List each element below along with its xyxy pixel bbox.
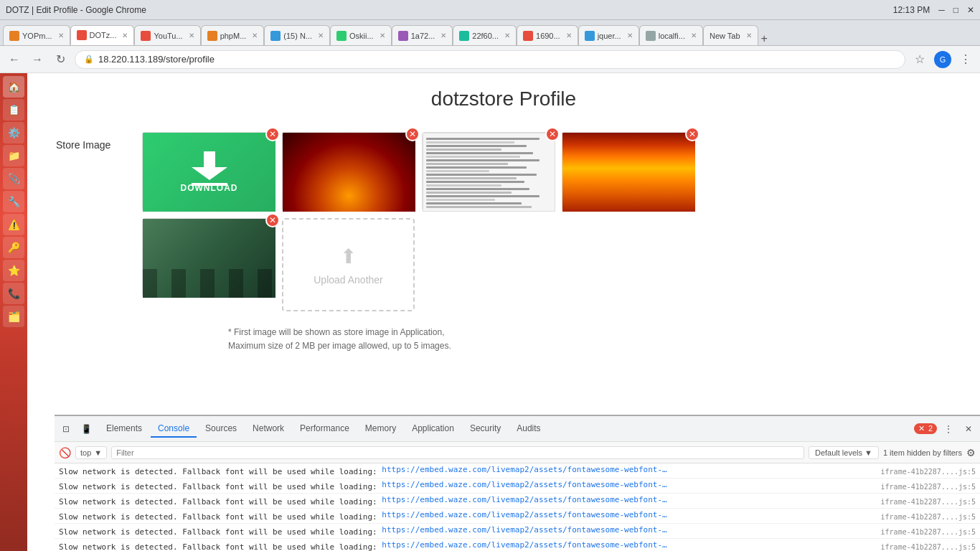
log-link-3[interactable]: https://embed.waze.com/livemap2/assets/f… [382,495,669,504]
image-note: * First image will be shown as store ima… [228,326,694,353]
tab-oski[interactable]: Oskii... ✕ [330,25,392,45]
tab-close-oski[interactable]: ✕ [380,32,385,39]
devtools-tab-elements[interactable]: Elements [99,420,149,438]
sidebar-icon-tools[interactable]: 🔧 [3,191,24,212]
devtools-tab-sources[interactable]: Sources [198,420,244,438]
tab-phpm[interactable]: phpM... ✕ [201,25,265,45]
tab-close-1a72[interactable]: ✕ [440,32,446,39]
remove-image-2-btn[interactable]: ✕ [405,127,420,141]
address-field[interactable]: 🔒 18.220.113.189/store/profile [75,50,905,69]
reload-btn[interactable]: ↻ [52,51,69,68]
minimize-btn[interactable]: ─ [938,5,945,15]
sidebar-icon-files[interactable]: 🗂️ [3,306,24,327]
devtools-tab-application[interactable]: Application [405,420,461,438]
tab-notif[interactable]: (15) N... ✕ [264,25,330,45]
bookmark-btn[interactable]: ☆ [911,51,928,68]
log-text-2: Slow network is detected. Fallback font … [59,480,877,491]
image-thumb-5: ✕ [142,218,275,297]
devtools-settings-btn[interactable]: ⚙ [966,447,976,458]
tab-close-notif[interactable]: ✕ [318,32,324,39]
tab-close-php[interactable]: ✕ [252,32,258,39]
devtools-tab-security[interactable]: Security [463,420,508,438]
tab-yop[interactable]: YOPm... ✕ [3,25,70,45]
tab-close-newtab[interactable]: ✕ [746,32,752,39]
log-source-2: iframe-41b2287....js:5 [881,483,976,491]
sidebar-icon-attach[interactable]: 📎 [3,168,24,189]
log-levels-btn[interactable]: Default levels ▼ [809,446,879,459]
sidebar-icon-phone[interactable]: 📞 [3,283,24,304]
devtools-tab-memory[interactable]: Memory [358,420,403,438]
devtools-tab-performance[interactable]: Performance [293,420,357,438]
close-btn[interactable]: ✕ [967,5,974,15]
log-text-4: Slow network is detected. Fallback font … [59,510,877,522]
console-filter-input[interactable] [111,446,804,459]
clear-console-btn[interactable]: 🚫 [59,447,71,458]
devtools-close-btn[interactable]: ✕ [960,420,977,438]
account-btn[interactable]: G [934,51,951,68]
tab-22f6[interactable]: 22f60... ✕ [453,25,517,45]
tab-close-yop[interactable]: ✕ [58,32,64,39]
context-label: top [80,448,91,457]
log-source-4: iframe-41b2287....js:5 [881,513,976,521]
remove-image-1-btn[interactable]: ✕ [265,127,280,141]
tab-close-localfi[interactable]: ✕ [691,32,697,39]
tab-close-1690[interactable]: ✕ [566,32,572,39]
devtools-select-btn[interactable]: ⊡ [57,420,75,438]
log-link-6[interactable]: https://embed.waze.com/livemap2/assets/f… [382,540,669,550]
tab-close-22f6[interactable]: ✕ [504,32,510,39]
devtools-tab-console[interactable]: Console [151,420,197,438]
log-entry-2: Slow network is detected. Fallback font … [55,479,980,494]
sidebar-icon-settings[interactable]: ⚙️ [3,122,24,143]
tab-localfi[interactable]: localfi... ✕ [639,25,703,45]
sidebar-icon-home[interactable]: 🏠 [3,76,24,98]
log-entry-4: Slow network is detected. Fallback font … [55,509,980,524]
remove-image-4-btn[interactable]: ✕ [685,127,699,141]
hidden-notice: 1 item hidden by filters [883,448,962,457]
devtools-tab-audits[interactable]: Audits [509,420,547,438]
remove-image-3-btn[interactable]: ✕ [545,127,560,141]
image-thumb-3: ✕ [422,132,555,211]
sidebar-icon-star[interactable]: ⭐ [3,260,24,281]
tab-jquery[interactable]: jquer... ✕ [578,25,639,45]
tab-newtab[interactable]: New Tab ✕ [703,25,758,45]
tab-dotz[interactable]: DOTz... ✕ [70,25,135,45]
log-link-1[interactable]: https://embed.waze.com/livemap2/assets/f… [382,465,669,474]
new-tab-btn[interactable]: + [761,32,768,45]
page-title: dotzstore Profile [56,88,951,110]
levels-label: Default levels [815,448,862,457]
tab-youtube[interactable]: YouTu... ✕ [134,25,200,45]
devtools-more-btn[interactable]: ⋮ [940,420,957,438]
log-link-2[interactable]: https://embed.waze.com/livemap2/assets/f… [382,480,669,489]
tab-close-dotz[interactable]: ✕ [122,32,128,39]
devtools-device-btn[interactable]: 📱 [77,420,95,438]
sidebar-icon-clipboard[interactable]: 📋 [3,99,24,121]
menu-btn[interactable]: ⋮ [957,51,974,68]
upload-another-btn[interactable]: ⬆ Upload Another [282,218,415,311]
log-text-6: Slow network is detected. Fallback font … [59,540,877,551]
log-link-5[interactable]: https://embed.waze.com/livemap2/assets/f… [382,525,669,534]
image-flames [562,133,695,212]
image-fire [283,133,415,212]
devtools-tab-network[interactable]: Network [245,420,291,438]
forward-btn[interactable]: → [29,51,46,68]
log-link-4[interactable]: https://embed.waze.com/livemap2/assets/f… [382,510,669,519]
note-line1: * First image will be shown as store ima… [228,326,694,339]
page-area: dotzstore Profile Store Image DOWNLOAD [27,73,980,415]
tab-1a72[interactable]: 1a72... ✕ [392,25,453,45]
screenshot-content [423,133,555,212]
sidebar-icon-folder[interactable]: 📁 [3,145,24,166]
context-selector[interactable]: top ▼ [75,446,107,459]
sidebar-icon-key[interactable]: 🔑 [3,237,24,258]
titlebar: DOTZ | Edit Profile - Google Chrome 12:1… [0,0,980,20]
download-icon [192,151,227,180]
tab-close-yt[interactable]: ✕ [189,32,194,39]
devtools-panel: ⊡ 📱 Elements Console Sources Network Per… [55,415,980,551]
tab-close-jquery[interactable]: ✕ [627,32,633,39]
remove-image-5-btn[interactable]: ✕ [265,213,280,227]
devtools-tabbar: ⊡ 📱 Elements Console Sources Network Per… [55,416,980,442]
maximize-btn[interactable]: □ [953,5,958,15]
tab-1690[interactable]: 1690... ✕ [517,25,578,45]
log-source-1: iframe-41b2287....js:5 [881,468,976,476]
back-btn[interactable]: ← [6,51,23,68]
sidebar-icon-warning[interactable]: ⚠️ [3,214,24,235]
